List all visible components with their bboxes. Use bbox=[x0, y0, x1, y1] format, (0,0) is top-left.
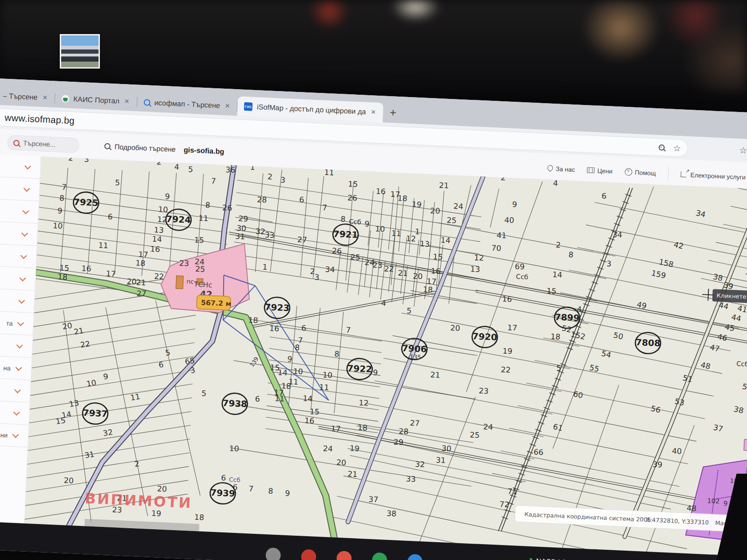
chevron-down-icon bbox=[13, 409, 20, 415]
svg-text:20: 20 bbox=[430, 206, 440, 216]
map-container[interactable]: псТСНс42268567.2 м7925792479217923792279… bbox=[25, 156, 747, 557]
svg-text:10: 10 bbox=[229, 444, 240, 453]
cadastral-map[interactable]: псТСНс42268567.2 м7925792479217923792279… bbox=[25, 156, 747, 557]
svg-text:38: 38 bbox=[387, 509, 397, 518]
taskbar-app-4[interactable] bbox=[407, 554, 423, 560]
tab-close-icon[interactable]: × bbox=[42, 93, 49, 103]
svg-text:15: 15 bbox=[194, 236, 204, 245]
sidebar-item-5[interactable] bbox=[0, 265, 36, 291]
svg-text:3: 3 bbox=[606, 259, 612, 268]
svg-text:5: 5 bbox=[407, 306, 412, 315]
tab-label: – Търсене bbox=[3, 92, 38, 102]
sidebar-item-label: ни bbox=[0, 431, 7, 439]
svg-text:25: 25 bbox=[470, 431, 480, 440]
svg-text:6: 6 bbox=[233, 483, 238, 491]
detailed-search-icon bbox=[104, 143, 111, 149]
browser-tab-0[interactable]: – Търсене× bbox=[0, 85, 55, 108]
svg-text:21: 21 bbox=[73, 326, 85, 336]
tab-close-icon[interactable]: × bbox=[123, 97, 130, 106]
svg-text:70: 70 bbox=[491, 244, 501, 253]
svg-text:Ссб: Ссб bbox=[516, 273, 529, 280]
new-tab-button[interactable]: + bbox=[389, 106, 396, 119]
svg-text:15: 15 bbox=[348, 180, 358, 189]
svg-text:7808: 7808 bbox=[635, 337, 661, 348]
nav-eservices[interactable]: Електронни услуги bbox=[680, 171, 746, 181]
nav-about[interactable]: За нас bbox=[547, 165, 575, 173]
svg-text:20: 20 bbox=[63, 476, 74, 485]
svg-text:7939: 7939 bbox=[210, 487, 235, 498]
svg-text:6: 6 bbox=[301, 323, 306, 332]
svg-text:26: 26 bbox=[332, 246, 342, 256]
svg-text:17: 17 bbox=[426, 277, 437, 286]
svg-text:41: 41 bbox=[496, 231, 507, 240]
nav-prices[interactable]: Цени bbox=[587, 167, 613, 175]
svg-text:6: 6 bbox=[255, 394, 260, 403]
svg-text:16: 16 bbox=[304, 416, 315, 426]
svg-text:23: 23 bbox=[179, 259, 189, 268]
svg-text:8: 8 bbox=[59, 194, 64, 203]
tab-close-icon[interactable]: × bbox=[370, 107, 377, 117]
svg-text:20: 20 bbox=[127, 277, 137, 287]
taskbar-app-icons[interactable] bbox=[265, 547, 423, 560]
bookmarks-list-icon[interactable]: ☆ bbox=[739, 145, 747, 156]
sidebar-item-8[interactable] bbox=[0, 332, 33, 357]
detailed-search-link[interactable]: Подробно търсене bbox=[104, 142, 176, 153]
sidebar-item-10[interactable] bbox=[0, 377, 31, 402]
url-text: www.isofmap.bg bbox=[5, 112, 75, 126]
sidebar-item-1[interactable] bbox=[0, 175, 40, 201]
bookmark-star-icon[interactable]: ☆ bbox=[673, 142, 681, 154]
svg-text:18: 18 bbox=[423, 285, 433, 294]
nav-help[interactable]: Помощ bbox=[624, 168, 656, 177]
sidebar-item-3[interactable] bbox=[0, 220, 38, 246]
taskbar-app-3[interactable] bbox=[372, 552, 387, 560]
chevron-down-icon bbox=[21, 252, 27, 259]
taskbar-app-1[interactable] bbox=[301, 549, 316, 560]
svg-text:7924: 7924 bbox=[166, 214, 191, 225]
svg-text:10: 10 bbox=[375, 224, 385, 234]
taskbar-app-2[interactable] bbox=[336, 551, 352, 560]
svg-text:24: 24 bbox=[323, 444, 333, 454]
sidebar-item-4[interactable] bbox=[0, 243, 37, 268]
sidebar-item-label: та bbox=[6, 319, 13, 327]
svg-text:40: 40 bbox=[504, 216, 514, 225]
svg-text:34: 34 bbox=[612, 230, 622, 239]
external-icon bbox=[681, 172, 687, 178]
svg-text:33: 33 bbox=[265, 231, 275, 240]
svg-text:12: 12 bbox=[474, 253, 484, 263]
svg-text:25: 25 bbox=[195, 265, 205, 274]
tab-close-icon[interactable]: × bbox=[224, 101, 231, 111]
svg-text:19: 19 bbox=[350, 444, 360, 453]
svg-text:20: 20 bbox=[62, 321, 73, 331]
sidebar-item-6[interactable] bbox=[0, 287, 35, 313]
svg-text:14: 14 bbox=[277, 368, 288, 378]
svg-text:7: 7 bbox=[211, 176, 216, 185]
svg-text:15: 15 bbox=[55, 416, 66, 426]
laptop-screen: – Търсене×КАИС Портал×исофмап - Търсене×… bbox=[0, 77, 747, 560]
sidebar-item-11[interactable] bbox=[0, 399, 29, 425]
sidebar-item-2[interactable] bbox=[0, 198, 39, 224]
sidebar-item-7[interactable]: та bbox=[0, 309, 34, 335]
sidebar-item-12[interactable]: ни bbox=[0, 421, 28, 447]
zoom-out-icon[interactable] bbox=[658, 144, 665, 151]
svg-text:29: 29 bbox=[393, 438, 403, 447]
search-input[interactable]: Търсене... bbox=[7, 135, 79, 153]
taskbar-app-0[interactable] bbox=[265, 547, 281, 560]
svg-text:16: 16 bbox=[269, 324, 280, 333]
stock-ticker[interactable]: ↗ NASDAQ +1.22% bbox=[526, 556, 592, 560]
nav-divider bbox=[668, 167, 669, 181]
svg-text:18: 18 bbox=[550, 332, 561, 342]
gis-sofia-link[interactable]: gis-sofia.bg bbox=[183, 146, 225, 156]
sidebar-item-9[interactable]: на bbox=[0, 354, 32, 380]
sidebar-item-0[interactable] bbox=[0, 153, 41, 179]
gis-favicon: ГИС bbox=[244, 102, 253, 111]
svg-text:19: 19 bbox=[412, 200, 422, 209]
svg-text:31: 31 bbox=[84, 450, 95, 460]
svg-text:18: 18 bbox=[358, 423, 368, 433]
chevron-down-icon bbox=[17, 319, 24, 326]
svg-text:9: 9 bbox=[285, 489, 290, 497]
chevron-down-icon bbox=[22, 207, 29, 214]
svg-text:11: 11 bbox=[98, 241, 108, 250]
svg-text:71: 71 bbox=[507, 487, 518, 496]
svg-text:72: 72 bbox=[499, 500, 509, 509]
svg-text:Ссб: Ссб bbox=[736, 360, 747, 368]
